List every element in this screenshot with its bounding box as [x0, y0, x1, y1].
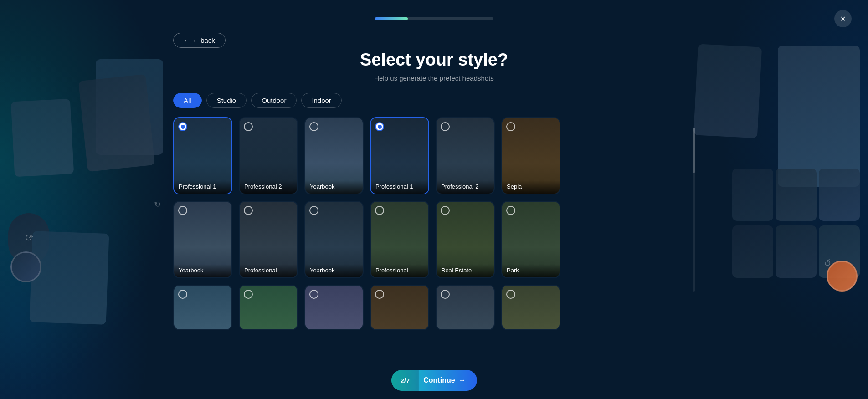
radio-unselected-icon — [244, 206, 253, 215]
style-card-professional2-female[interactable]: Professional 2 — [436, 117, 495, 194]
radio-unselected-icon — [178, 206, 187, 215]
scroll-track[interactable] — [693, 128, 695, 292]
radio-unselected-icon — [441, 290, 450, 299]
radio-unselected-icon — [506, 206, 515, 215]
radio-unselected-icon — [309, 206, 318, 215]
left-collage: ↺ ↻ — [8, 59, 163, 323]
card-label: Professional — [371, 264, 428, 277]
card-label: Professional 2 — [240, 180, 297, 194]
style-card-professional-female[interactable]: Professional — [239, 201, 298, 278]
style-card-real-estate[interactable]: Real Estate — [436, 201, 495, 278]
style-card-yearbook-female[interactable]: Yearbook — [173, 201, 232, 278]
continue-btn-wrap: 2/7 Continue → — [391, 370, 477, 391]
radio-selected-icon — [375, 122, 384, 131]
scroll-thumb — [693, 128, 695, 173]
card-label: Professional 2 — [437, 180, 494, 194]
step-badge: 2/7 — [391, 370, 419, 391]
continue-button[interactable]: 2/7 Continue → — [391, 370, 477, 391]
style-card-park[interactable]: Park — [501, 201, 560, 278]
card-label: Real Estate — [437, 264, 494, 277]
card-label: Park — [502, 264, 560, 277]
continue-text: Continue — [423, 376, 455, 384]
style-card-r3b[interactable] — [239, 285, 298, 330]
right-collage: ↺ — [696, 46, 860, 319]
main-content: Select your style? Help us generate the … — [173, 0, 695, 399]
filter-tabs: All Studio Outdoor Indoor — [173, 93, 342, 108]
card-label: Professional 1 — [371, 180, 428, 194]
bg-blob-right — [695, 0, 868, 399]
continue-label: Continue → — [419, 370, 477, 391]
filter-tab-indoor[interactable]: Indoor — [301, 93, 342, 108]
radio-unselected-icon — [178, 290, 187, 299]
radio-unselected-icon — [244, 122, 253, 131]
close-button[interactable]: × — [834, 10, 852, 27]
filter-tab-all[interactable]: All — [173, 93, 202, 108]
page-title: Select your style? — [360, 50, 508, 70]
card-label: Yearbook — [305, 264, 363, 277]
style-card-yearbook-female2[interactable]: Yearbook — [304, 201, 364, 278]
card-label: Professional — [240, 264, 297, 277]
style-card-r3f[interactable] — [501, 285, 560, 330]
bg-blob-left — [0, 0, 173, 399]
card-label: Sepia — [502, 180, 560, 194]
style-card-yearbook-male[interactable]: Yearbook — [304, 117, 364, 194]
style-card-r3d[interactable] — [370, 285, 429, 330]
continue-arrow-icon: → — [459, 376, 466, 384]
style-card-r3a[interactable] — [173, 285, 232, 330]
style-card-professional2-male[interactable]: Professional 2 — [239, 117, 298, 194]
radio-unselected-icon — [309, 290, 318, 299]
filter-tab-outdoor[interactable]: Outdoor — [251, 93, 297, 108]
radio-unselected-icon — [506, 122, 515, 131]
style-card-professional1-female[interactable]: Professional 1 — [370, 117, 429, 194]
style-grid: Professional 1 Professional 2 Yearbook P… — [173, 117, 695, 335]
style-card-professional1-male[interactable]: Professional 1 — [173, 117, 232, 194]
radio-selected-icon — [178, 122, 187, 131]
radio-unselected-icon — [309, 122, 318, 131]
card-label: Yearbook — [305, 180, 363, 194]
page-subtitle: Help us generate the prefect headshots — [374, 74, 494, 82]
card-label: Professional 1 — [174, 180, 231, 194]
style-card-sepia[interactable]: Sepia — [501, 117, 560, 194]
radio-unselected-icon — [506, 290, 515, 299]
style-card-r3e[interactable] — [436, 285, 495, 330]
radio-unselected-icon — [375, 290, 384, 299]
filter-tab-studio[interactable]: Studio — [206, 93, 247, 108]
radio-unselected-icon — [441, 206, 450, 215]
style-card-professional-male[interactable]: Professional — [370, 201, 429, 278]
radio-unselected-icon — [441, 122, 450, 131]
radio-unselected-icon — [375, 206, 384, 215]
style-card-r3c[interactable] — [304, 285, 364, 330]
card-label: Yearbook — [174, 264, 231, 277]
radio-unselected-icon — [244, 290, 253, 299]
